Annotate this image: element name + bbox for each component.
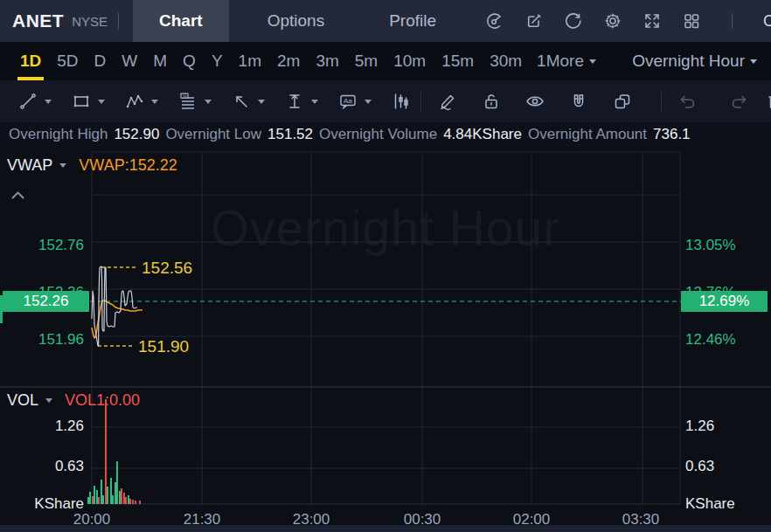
divider bbox=[118, 13, 119, 29]
last-percent-badge: 12.69% bbox=[681, 291, 768, 312]
symbol-ticker[interactable]: ANET bbox=[12, 10, 64, 31]
session-high-marker-label: 152.56 bbox=[142, 259, 192, 278]
gauge-icon[interactable] bbox=[485, 11, 504, 31]
more-intervals-label: 1More bbox=[537, 52, 584, 71]
tab-profile[interactable]: Profile bbox=[363, 0, 462, 42]
clone-icon[interactable] bbox=[612, 91, 633, 112]
bottom-edge-strip bbox=[0, 525, 771, 532]
timeframe-list: 1D5DDWMQY1m2m3m5m10m15m30m bbox=[12, 42, 530, 80]
trash-delete-icon[interactable] bbox=[765, 91, 771, 112]
price-range-tool[interactable] bbox=[281, 91, 322, 112]
lock-icon[interactable] bbox=[481, 91, 502, 112]
chart-layout-label: Chart bbox=[763, 12, 771, 31]
grid-layout-icon[interactable] bbox=[682, 11, 701, 31]
timeframe-2m[interactable]: 2m bbox=[269, 42, 308, 80]
text-note-tool[interactable]: Aa bbox=[334, 91, 375, 112]
chart-layout-dropdown[interactable]: Chart bbox=[763, 12, 771, 31]
stat-label: Overnight Volume bbox=[319, 126, 437, 143]
main-tabs: Chart Options Profile bbox=[133, 0, 462, 42]
gear-icon[interactable] bbox=[603, 11, 622, 31]
session-low-marker-label: 151.90 bbox=[138, 337, 189, 356]
drawing-toolbar: G Aa bbox=[0, 80, 771, 122]
percent-axis-label: 12.46% bbox=[685, 332, 736, 348]
gridlines bbox=[0, 152, 771, 504]
trading-app-window: ANET NYSE Chart Options Profile bbox=[0, 0, 771, 532]
draw-pencil-icon[interactable] bbox=[437, 91, 458, 112]
compose-edit-icon[interactable] bbox=[524, 11, 544, 31]
fullscreen-expand-icon[interactable] bbox=[642, 11, 662, 31]
volume-axis-label: 1.26 bbox=[685, 418, 714, 434]
gann-fib-lines-tool[interactable]: G bbox=[174, 91, 215, 112]
overnight-stats-bar: Overnight High152.90Overnight Low151.52O… bbox=[0, 122, 771, 147]
chevron-down-icon[interactable] bbox=[205, 100, 212, 104]
chevron-down-icon[interactable] bbox=[258, 100, 265, 104]
timeframe-10m[interactable]: 10m bbox=[386, 42, 434, 80]
divider bbox=[732, 13, 733, 29]
eye-visibility-icon[interactable] bbox=[524, 91, 545, 112]
stat-value: 4.84KShare bbox=[443, 126, 522, 143]
chevron-down-icon[interactable] bbox=[365, 100, 372, 104]
stat-label: Overnight Amount bbox=[528, 126, 647, 143]
redo-icon[interactable] bbox=[728, 91, 749, 112]
magnet-icon[interactable] bbox=[568, 91, 589, 112]
stat-label: Overnight High bbox=[9, 126, 108, 143]
timeframe-30m[interactable]: 30m bbox=[482, 42, 530, 80]
volume-unit-label: KShare bbox=[685, 496, 735, 512]
volume-indicator-name[interactable]: VOL bbox=[7, 391, 38, 410]
timeframe-1m[interactable]: 1m bbox=[231, 42, 269, 80]
timeframe-M[interactable]: M bbox=[145, 42, 175, 80]
percent-axis-label: 13.05% bbox=[685, 238, 736, 253]
vwap-indicator-row: VWAP VWAP:152.22 bbox=[7, 156, 177, 175]
chevron-down-icon bbox=[750, 59, 757, 64]
stat-value: 152.90 bbox=[114, 126, 159, 143]
timeframe-5D[interactable]: 5D bbox=[49, 42, 86, 80]
chevron-down-icon[interactable] bbox=[45, 398, 52, 403]
stat-value: 736.1 bbox=[653, 126, 691, 143]
timeframe-Q[interactable]: Q bbox=[175, 42, 204, 80]
rectangle-tool[interactable] bbox=[67, 91, 108, 112]
trend-line-tool[interactable] bbox=[14, 91, 55, 112]
top-navigation-bar: ANET NYSE Chart Options Profile bbox=[0, 0, 771, 42]
volume-axis-label: 0.63 bbox=[685, 459, 714, 474]
price-volume-plot[interactable] bbox=[0, 147, 771, 532]
chart-area[interactable]: Overnight Hour VWAP VWAP:152.22 152.76 1… bbox=[0, 147, 771, 532]
chevron-down-icon[interactable] bbox=[45, 100, 52, 104]
timeframe-1D[interactable]: 1D bbox=[12, 42, 49, 80]
refresh-icon[interactable] bbox=[564, 11, 583, 31]
divider bbox=[420, 92, 421, 111]
divider bbox=[661, 92, 662, 111]
undo-icon[interactable] bbox=[677, 91, 698, 112]
timeframe-15m[interactable]: 15m bbox=[434, 42, 482, 80]
tab-chart[interactable]: Chart bbox=[133, 0, 229, 42]
svg-text:Aa: Aa bbox=[344, 97, 352, 105]
candlestick-pattern-tool[interactable] bbox=[387, 91, 415, 112]
volume-indicator-row: VOL VOL1:0.00 bbox=[7, 391, 140, 410]
tab-options[interactable]: Options bbox=[241, 0, 351, 42]
arrow-tool[interactable] bbox=[227, 91, 268, 112]
timeframe-5m[interactable]: 5m bbox=[347, 42, 386, 80]
vwap-indicator-value: VWAP:152.22 bbox=[79, 156, 177, 175]
volume-unit-label: KShare bbox=[0, 496, 84, 512]
timeframe-bar: 1D5DDWMQY1m2m3m5m10m15m30m 1More Overnig… bbox=[0, 42, 771, 80]
volume-indicator-value: VOL1:0.00 bbox=[65, 391, 140, 410]
price-axis-label: 152.76 bbox=[0, 238, 84, 253]
nav-icon-group: Chart bbox=[485, 11, 771, 31]
chevron-down-icon[interactable] bbox=[98, 100, 105, 104]
price-axis-label: 151.96 bbox=[0, 332, 84, 348]
more-intervals-dropdown[interactable]: 1More bbox=[537, 42, 596, 80]
volume-axis-label: 0.63 bbox=[0, 459, 84, 474]
timeframe-Y[interactable]: Y bbox=[204, 42, 231, 80]
exchange-label: NYSE bbox=[72, 14, 108, 29]
stat-label: Overnight Low bbox=[165, 126, 261, 143]
session-dropdown[interactable]: Overnight Hour bbox=[632, 42, 757, 80]
volume-bars bbox=[87, 399, 141, 504]
chevron-down-icon[interactable] bbox=[151, 100, 158, 104]
vwap-indicator-name[interactable]: VWAP bbox=[7, 156, 52, 175]
chevron-down-icon[interactable] bbox=[311, 100, 318, 104]
timeframe-W[interactable]: W bbox=[114, 42, 145, 80]
collapse-pane-chevron-icon[interactable] bbox=[11, 187, 24, 203]
chevron-down-icon[interactable] bbox=[59, 163, 66, 168]
timeframe-D[interactable]: D bbox=[87, 42, 115, 80]
wave-pattern-tool[interactable] bbox=[121, 91, 162, 112]
timeframe-3m[interactable]: 3m bbox=[308, 42, 346, 80]
